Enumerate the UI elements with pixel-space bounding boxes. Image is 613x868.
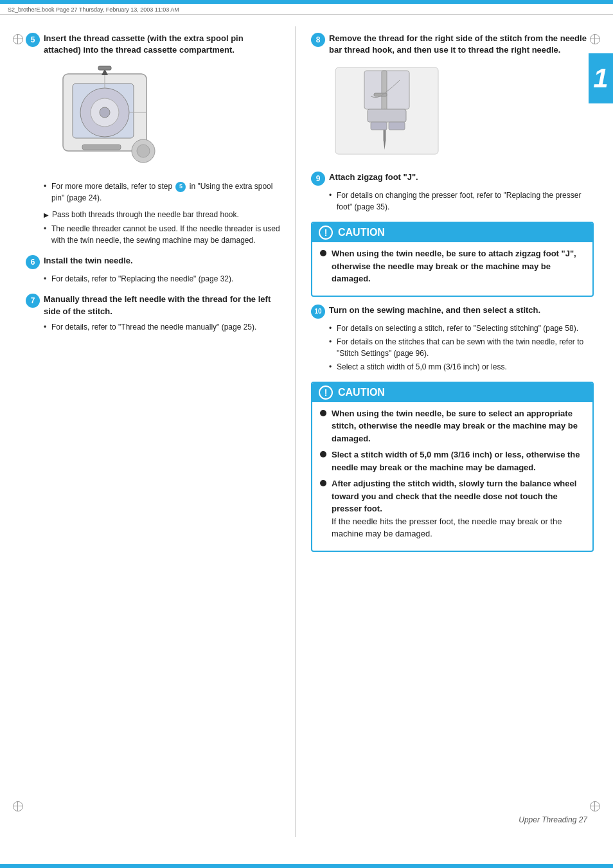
caution-2-bullet-3: After adjusting the stitch width, slowly… [320,477,585,540]
svg-point-11 [137,145,150,157]
step-6-block: 6 Install the twin needle. For details, … [26,255,282,285]
step-5-arrow-bullet: Pass both threads through the needle bar… [44,209,282,220]
file-label: S2_brotherE.book Page 27 Thursday, Febru… [0,4,613,15]
step-10-block: 10 Turn on the sewing machine, and then … [311,305,594,373]
caution-1-header: ! CAUTION [312,223,592,242]
step-5-bullet-1: For more more details, refer to step 5 i… [44,181,282,204]
caution-2-text-2: Slect a stitch width of 5,0 mm (3/16 inc… [332,448,585,474]
svg-rect-9 [82,145,121,150]
step-8-block: 8 Remove the thread for the right side o… [311,33,594,163]
step-9-circle: 9 [311,172,325,186]
caution-1-icon: ! [319,226,333,240]
step-10-circle: 10 [311,305,325,319]
right-column: 8 Remove the thread for the right side o… [296,26,613,837]
caution-2-label: CAUTION [338,387,385,398]
left-column: 5 Insert the thread cassette (with the e… [0,26,296,837]
svg-rect-20 [389,122,405,130]
needle-thread-image [329,61,445,161]
caution-box-2: ! CAUTION When using the twin needle, be… [311,382,594,552]
caution-box-1: ! CAUTION When using the twin needle, be… [311,222,594,297]
step-8-circle: 8 [311,33,325,47]
step-9-bullets: For details on changing the presser foot… [329,190,594,213]
step-8-heading: Remove the thread for the right side of … [329,33,594,56]
caution-1-body: When using the twin needle, be sure to a… [320,247,585,285]
step-8-image-container [329,61,594,163]
step-5-header: 5 Insert the thread cassette (with the e… [26,33,282,56]
step-5-block: 5 Insert the thread cassette (with the e… [26,33,282,246]
caution-1-bullet-1: When using the twin needle, be sure to a… [320,247,585,285]
caution-1-text-1: When using the twin needle, be sure to a… [332,247,585,285]
caution-2-bullet-1: When using the twin needle, be sure to s… [320,407,585,445]
svg-rect-8 [98,66,111,70]
step-5-extra-bullet-1: The needle threader cannot be used. If t… [44,223,282,246]
page-content: 5 Insert the thread cassette (with the e… [0,15,613,837]
step-6-heading: Install the twin needle. [44,255,133,267]
caution-2-dot-3 [320,480,326,486]
chapter-tab: 1 [589,53,613,103]
step-9-header: 9 Attach zigzag foot "J". [311,172,594,186]
caution-2-text-3: After adjusting the stitch width, slowly… [332,477,585,540]
caution-2-bullet-2: Slect a stitch width of 5,0 mm (3/16 inc… [320,448,585,474]
step-5-image-container [44,61,282,175]
step-5-circle: 5 [26,33,40,47]
step-7-bullets: For details, refer to "Thread the needle… [44,321,282,333]
step-7-header: 7 Manually thread the left needle with t… [26,294,282,317]
step-7-heading: Manually thread the left needle with the… [44,294,282,317]
caution-2-dot-2 [320,451,326,457]
crosshair-bl [13,801,23,811]
step-6-header: 6 Install the twin needle. [26,255,282,269]
step-10-bullet-3: Select a stitch width of 5,0 mm (3/16 in… [329,361,594,373]
step-9-block: 9 Attach zigzag foot "J". For details on… [311,172,594,213]
caution-2-icon: ! [319,385,333,400]
step-10-bullet-1: For details on selecting a stitch, refer… [329,323,594,334]
step-5-bullets: For more more details, refer to step 5 i… [44,181,282,204]
svg-rect-18 [368,109,406,122]
svg-rect-19 [371,122,387,130]
step-9-heading: Attach zigzag foot "J". [329,172,418,183]
step-9-bullet-1: For details on changing the presser foot… [329,190,594,213]
crosshair-tl [13,34,23,44]
bottom-accent-bar [0,864,613,868]
caution-2-text-1: When using the twin needle, be sure to s… [332,407,585,445]
step-7-circle: 7 [26,294,40,308]
step-6-bullets: For details, refer to "Replacing the nee… [44,273,282,285]
step-10-bullet-2: For details on the stitches that can be … [329,336,594,359]
caution-2-body: When using the twin needle, be sure to s… [320,407,585,540]
svg-point-4 [100,107,110,118]
caution-1-dot-1 [320,250,326,256]
step-5-heading: Insert the thread cassette (with the ext… [44,33,282,56]
step-7-block: 7 Manually thread the left needle with t… [26,294,282,332]
caution-2-header: ! CAUTION [312,383,592,402]
step-6-circle: 6 [26,255,40,269]
step-5-extra-bullets: The needle threader cannot be used. If t… [44,223,282,246]
thread-cassette-image [44,61,169,173]
page-footer: Upper Threading 27 [519,815,587,824]
step-10-heading: Turn on the sewing machine, and then sel… [329,305,540,316]
caution-2-dot-1 [320,410,326,416]
step-10-header: 10 Turn on the sewing machine, and then … [311,305,594,319]
step-7-bullet-1: For details, refer to "Thread the needle… [44,321,282,333]
caution-1-label: CAUTION [338,227,385,238]
step-6-bullet-1: For details, refer to "Replacing the nee… [44,273,282,285]
inline-step-ref-5: 5 [175,182,186,192]
crosshair-tr [590,34,600,44]
step-10-bullets: For details on selecting a stitch, refer… [329,323,594,373]
step-8-header: 8 Remove the thread for the right side o… [311,33,594,56]
crosshair-br [590,801,600,811]
